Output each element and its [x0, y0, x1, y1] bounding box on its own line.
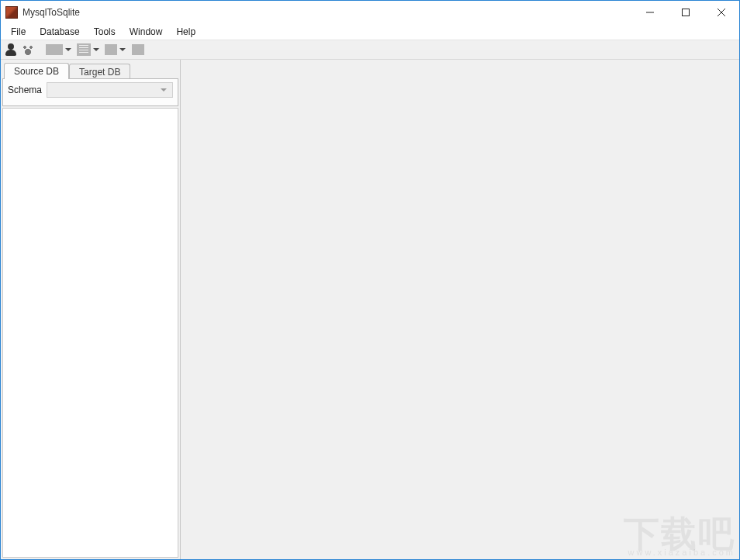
menu-window[interactable]: Window: [123, 25, 170, 39]
page-icon: [105, 44, 117, 55]
page-icon: [46, 44, 63, 55]
sql-icon: [77, 43, 91, 56]
toolbar-dd-2[interactable]: [77, 43, 102, 56]
menu-file[interactable]: File: [4, 25, 33, 39]
close-button[interactable]: [704, 1, 739, 24]
toolbar-btn-6[interactable]: [131, 43, 145, 57]
toolbar: [1, 40, 739, 60]
tab-panel-source: Schema: [2, 78, 178, 106]
chevron-down-icon: [65, 48, 71, 51]
menu-help[interactable]: Help: [169, 25, 202, 39]
close-icon: [718, 9, 725, 16]
toolbar-btn-1[interactable]: [4, 43, 18, 57]
paw-icon: [22, 44, 34, 55]
tab-source-db[interactable]: Source DB: [4, 63, 69, 79]
body: Source DB Target DB Schema: [1, 60, 739, 559]
minimize-icon: [646, 9, 654, 16]
toolbar-dd-3[interactable]: [105, 44, 128, 55]
menubar: File Database Tools Window Help: [1, 24, 739, 40]
chevron-down-icon: [161, 88, 167, 92]
main-area: [181, 60, 739, 559]
minimize-button[interactable]: [632, 1, 668, 24]
schema-select[interactable]: [47, 82, 173, 98]
toolbar-btn-2[interactable]: [21, 43, 35, 57]
object-list[interactable]: [2, 108, 178, 558]
window-controls: [632, 1, 739, 24]
tab-target-db[interactable]: Target DB: [69, 64, 130, 80]
menu-database[interactable]: Database: [33, 25, 86, 39]
menu-tools[interactable]: Tools: [87, 25, 123, 39]
maximize-button[interactable]: [668, 1, 704, 24]
maximize-icon: [682, 9, 690, 16]
chevron-down-icon: [119, 48, 126, 51]
side-tabs: Source DB Target DB: [2, 61, 178, 78]
chevron-down-icon: [93, 48, 99, 51]
page-icon: [132, 44, 144, 55]
user-icon: [5, 43, 16, 56]
window-title: MysqlToSqlite: [22, 7, 632, 18]
app-icon: [5, 6, 18, 19]
svg-rect-1: [683, 9, 690, 16]
toolbar-dd-1[interactable]: [46, 44, 74, 55]
side-panel: Source DB Target DB Schema: [1, 60, 181, 559]
schema-label: Schema: [8, 85, 42, 95]
titlebar: MysqlToSqlite: [1, 1, 739, 24]
